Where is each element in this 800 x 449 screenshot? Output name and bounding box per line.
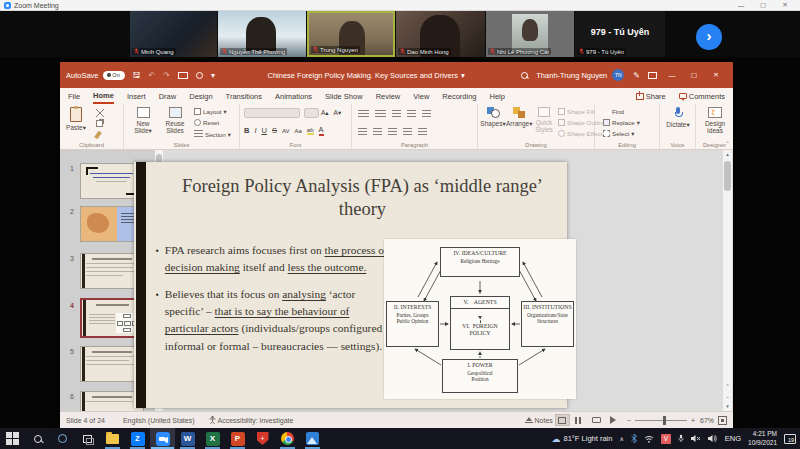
tab-insert[interactable]: Insert <box>127 90 146 103</box>
title-dropdown-icon[interactable]: ▾ <box>461 71 465 80</box>
ppt-close-button[interactable]: ✕ <box>705 71 727 79</box>
justify-button[interactable] <box>403 128 412 136</box>
new-slide-button[interactable]: New Slide▾ <box>128 106 158 135</box>
user-avatar[interactable]: TN <box>612 69 624 81</box>
language-switcher[interactable]: ENG <box>725 434 741 443</box>
participant-video[interactable]: 979 - Tú Uyên 979 - Tú Uyên <box>575 11 665 57</box>
editor-scrollbar[interactable]: ▴ ⌃ ⌄ ▾ <box>723 150 732 411</box>
tab-design[interactable]: Design <box>189 90 212 103</box>
wifi-icon[interactable] <box>644 435 654 443</box>
slideshow-button[interactable] <box>606 414 621 426</box>
hidden-icons-chevron[interactable]: ∧ <box>619 435 623 442</box>
zoom-slider-thumb[interactable] <box>663 416 666 425</box>
speaker-muted-icon[interactable] <box>691 434 701 443</box>
columns-button[interactable] <box>418 128 427 136</box>
zoom-slider[interactable] <box>635 420 687 421</box>
arrange-button[interactable]: Arrange▾ <box>506 106 532 127</box>
replace-button[interactable]: Replace▾ <box>603 119 640 126</box>
speaker-icon[interactable] <box>708 434 718 443</box>
find-button[interactable]: Find <box>603 108 624 115</box>
font-size-input[interactable] <box>304 108 319 118</box>
ppt-restore-button[interactable]: ▢ <box>683 71 705 79</box>
share-button[interactable]: Share <box>636 92 666 101</box>
tab-home[interactable]: Home <box>93 89 114 104</box>
zoom-maximize-button[interactable]: ▢ <box>752 1 774 9</box>
increase-indent-button[interactable] <box>407 110 416 118</box>
action-center-button[interactable]: 19 <box>784 434 796 444</box>
copy-button[interactable] <box>96 120 103 127</box>
slide-title[interactable]: Foreign Policy Analysis (FPA) as ‘middle… <box>170 175 555 220</box>
vietnamese-input-icon[interactable]: V <box>661 434 671 444</box>
previous-slide-button[interactable]: ⌃ <box>723 382 732 391</box>
present-icon[interactable] <box>178 72 188 79</box>
layout-button[interactable]: Layout▾ <box>194 108 227 115</box>
format-painter-button[interactable] <box>96 131 100 139</box>
zalo-button[interactable]: Z <box>125 428 150 449</box>
paste-button[interactable]: Paste▾ <box>62 106 90 131</box>
decrease-indent-button[interactable] <box>392 110 401 118</box>
section-button[interactable]: Section▾ <box>194 130 231 138</box>
redo-icon[interactable]: ↷ <box>163 71 170 80</box>
italic-button[interactable]: I <box>254 126 256 135</box>
qat-customize-icon[interactable]: ▾ <box>211 71 215 80</box>
photos-button[interactable] <box>300 428 325 449</box>
taskbar-search-button[interactable] <box>25 428 50 449</box>
antivirus-button[interactable]: + <box>250 428 275 449</box>
tab-transitions[interactable]: Transitions <box>226 90 262 103</box>
slide-body-text[interactable]: ▪ FPA research aims focuses first on the… <box>156 242 394 365</box>
normal-view-button[interactable] <box>555 414 570 426</box>
grow-font-button[interactable]: A▴ <box>321 109 329 117</box>
align-left-button[interactable] <box>358 128 367 136</box>
tab-animations[interactable]: Animations <box>275 90 312 103</box>
bullets-button[interactable] <box>358 110 369 118</box>
shrink-font-button[interactable]: A▾ <box>334 109 342 117</box>
user-name[interactable]: Thanh-Trung Nguyen <box>536 71 607 80</box>
word-button[interactable]: W <box>175 428 200 449</box>
tab-recording[interactable]: Recording <box>442 90 476 103</box>
bold-button[interactable]: B <box>244 126 249 135</box>
align-right-button[interactable] <box>388 128 397 136</box>
select-button[interactable]: Select▾ <box>603 130 634 137</box>
zoom-minimize-button[interactable]: — <box>730 2 752 9</box>
tray-mic-icon[interactable] <box>678 434 684 443</box>
record-icon[interactable] <box>196 72 203 79</box>
participant-video[interactable]: Nguyễn Thế Phương <box>218 11 306 57</box>
tab-view[interactable]: View <box>413 90 429 103</box>
language-indicator[interactable]: English (United States) <box>123 417 195 424</box>
next-slide-button[interactable]: ⌄ <box>723 392 732 401</box>
participant-video[interactable]: Trung Nguyen <box>307 11 395 57</box>
strikethrough-button[interactable]: S <box>272 126 277 135</box>
zoom-level[interactable]: 67% <box>700 417 714 424</box>
cut-button[interactable] <box>96 109 104 117</box>
clock[interactable]: 4:21 PM 10/9/2021 <box>748 430 777 446</box>
undo-icon[interactable]: ↶ <box>149 71 156 80</box>
autosave-toggle[interactable]: On <box>103 71 125 80</box>
fit-slide-button[interactable] <box>718 416 727 425</box>
bluetooth-icon[interactable] <box>631 434 637 443</box>
slide-counter[interactable]: Slide 4 of 24 <box>66 417 105 424</box>
tab-help[interactable]: Help <box>490 90 505 103</box>
accessibility-status[interactable]: Accessibility: Investigate <box>209 416 294 424</box>
shape-fill-button[interactable]: Shape Fill <box>558 108 595 115</box>
save-icon[interactable]: 🖫 <box>133 71 141 80</box>
weather-widget[interactable]: ☁ 81°F Light rain <box>552 434 613 444</box>
ribbon-display-icon[interactable] <box>648 72 657 79</box>
tab-slide-show[interactable]: Slide Show <box>325 90 363 103</box>
tab-file[interactable]: File <box>68 90 80 103</box>
tab-draw[interactable]: Draw <box>159 90 177 103</box>
powerpoint-button[interactable]: P <box>225 428 250 449</box>
highlight-button[interactable]: ab <box>307 127 314 135</box>
comments-button[interactable]: Comments <box>679 92 725 101</box>
change-case-button[interactable]: Aa <box>295 128 302 134</box>
underline-button[interactable]: U <box>262 126 267 135</box>
reuse-slides-button[interactable]: Reuse Slides <box>160 106 190 135</box>
dictate-button[interactable]: Dictate▾ <box>664 106 692 128</box>
font-name-input[interactable] <box>244 108 300 118</box>
draw-pen-icon[interactable]: ✎ <box>633 71 640 80</box>
zoom-app-button[interactable] <box>150 428 175 449</box>
quick-styles-button[interactable]: Quick Styles <box>532 106 556 134</box>
align-center-button[interactable] <box>373 128 382 136</box>
chrome-button[interactable] <box>275 428 300 449</box>
start-button[interactable] <box>0 428 25 449</box>
reset-button[interactable]: Reset <box>194 119 219 126</box>
